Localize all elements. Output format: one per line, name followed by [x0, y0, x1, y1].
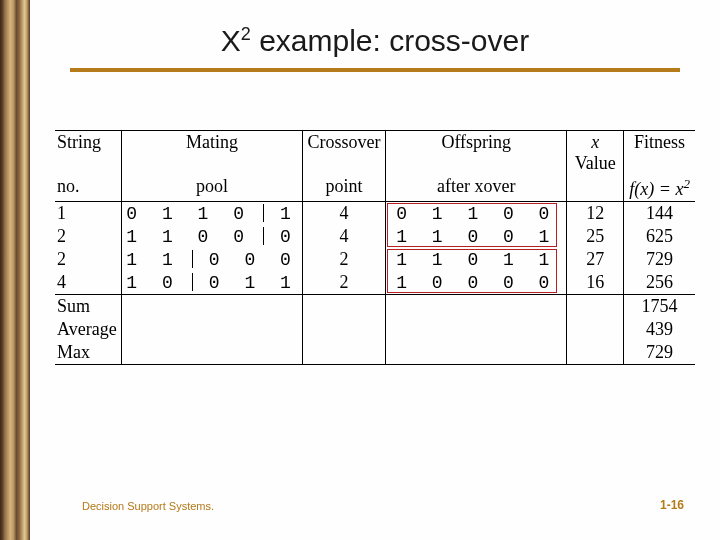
title-area: X2 example: cross-over [60, 20, 690, 72]
slide-number: 1-16 [660, 498, 684, 512]
wood-border-decoration [0, 0, 30, 540]
table-row: 2 1 1 0 0 0 4 1 1 0 0 1 25 625 [55, 225, 695, 248]
slide-title: X2 example: cross-over [60, 20, 690, 68]
hdr-offspring2: after xover [386, 175, 567, 202]
hdr-string2: no. [55, 175, 122, 202]
hdr-fitness: Fitness [624, 131, 695, 176]
hdr-string: String [55, 131, 122, 176]
crossover-table: String Mating Crossover Offspring x Valu… [55, 130, 695, 365]
hdr-crossover2: point [302, 175, 385, 202]
hdr-fitness2: f(x) = x2 [624, 175, 695, 202]
table-row: 4 1 0 0 1 1 2 1 0 0 0 0 16 256 [55, 271, 695, 295]
hdr-crossover: Crossover [302, 131, 385, 176]
summary-row: Average 439 [55, 318, 695, 341]
hdr-xvalue: x Value [567, 131, 624, 176]
title-base: X [221, 24, 241, 57]
hdr-offspring: Offspring [386, 131, 567, 176]
summary-row: Max 729 [55, 341, 695, 365]
table-row: 1 0 1 1 0 1 4 0 1 1 0 0 12 144 [55, 202, 695, 226]
title-underline [70, 68, 680, 72]
hdr-mating: Mating [122, 131, 303, 176]
footer-source: Decision Support Systems. [82, 500, 214, 512]
title-sup: 2 [241, 24, 251, 44]
table-row: 2 1 1 0 0 0 2 1 1 0 1 1 27 729 [55, 248, 695, 271]
summary-row: Sum 1754 [55, 295, 695, 319]
hdr-xvalue2 [567, 175, 624, 202]
hdr-mating2: pool [122, 175, 303, 202]
title-rest: example: cross-over [251, 24, 529, 57]
